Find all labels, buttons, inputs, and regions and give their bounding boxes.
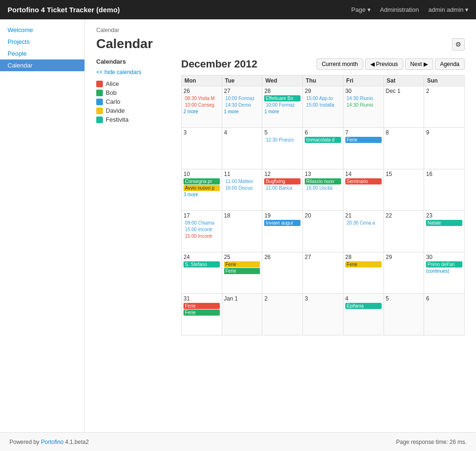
- more-events-link[interactable]: 1 more: [264, 109, 279, 114]
- more-events-link[interactable]: 1 more: [224, 109, 239, 114]
- sidebar-item-calendar[interactable]: Calendar: [0, 59, 84, 71]
- calendar-event[interactable]: Ferie: [345, 261, 382, 267]
- calendar-event[interactable]: 16:00 Uscita: [305, 185, 341, 191]
- day-number: 7: [345, 129, 382, 136]
- calendar-event[interactable]: 10:00 Formaz: [264, 102, 301, 108]
- calendar-event[interactable]: 15:00 Incontr: [184, 233, 220, 239]
- sidebar-item-people[interactable]: People: [0, 48, 84, 59]
- previous-button[interactable]: ◀ Previous: [365, 58, 403, 70]
- calendar-event[interactable]: S. Stefano: [184, 261, 220, 267]
- calendar-day[interactable]: 14Seminario: [343, 169, 384, 211]
- calendar-day[interactable]: 6: [424, 294, 465, 335]
- calendar-day[interactable]: 26: [262, 252, 303, 294]
- calendar-event[interactable]: Primo dell'an: [426, 261, 462, 267]
- calendar-event[interactable]: Bugfixing: [264, 178, 301, 184]
- sidebar-item-welcome[interactable]: Welcome: [0, 24, 84, 36]
- calendar-day[interactable]: 28Ferie: [343, 252, 384, 294]
- calendar-event[interactable]: 11:00 Banca: [264, 185, 301, 191]
- calendar-day[interactable]: 9: [424, 128, 465, 169]
- calendar-day[interactable]: 2915:00 App.to15:00 Installa: [303, 86, 343, 128]
- app-title: Portofino 4 Ticket Tracker (demo): [8, 6, 342, 14]
- calendar-event[interactable]: 10:00 Formaz: [224, 95, 260, 101]
- calendar-day[interactable]: Jan 1: [222, 294, 262, 335]
- calendar-event[interactable]: Ferie: [224, 268, 260, 274]
- calendar-day[interactable]: 4Epifania: [343, 294, 384, 335]
- calendar-day[interactable]: 2710:00 Formaz14:30 Demo1 more: [222, 86, 262, 128]
- admin-nav[interactable]: Administration: [380, 6, 419, 13]
- calendar-day[interactable]: 13Rilascio nuov16:00 Uscita: [303, 169, 343, 211]
- calendar-event[interactable]: 16:00 Discus: [224, 185, 260, 191]
- more-events-link[interactable]: (continues): [426, 268, 449, 274]
- calendar-event[interactable]: Rilascio nuov: [305, 178, 341, 184]
- calendar-day[interactable]: 25FerieFerie: [222, 252, 262, 294]
- calendar-day[interactable]: 29: [384, 252, 424, 294]
- calendar-event[interactable]: 11:00 Matteo: [224, 178, 260, 184]
- calendar-event[interactable]: 15:00 Incontr: [184, 226, 220, 233]
- more-events-link[interactable]: 2 more: [184, 109, 198, 114]
- calendar-day[interactable]: 2120:30 Cena a: [343, 211, 384, 252]
- calendar-event[interactable]: Inviare augur: [264, 220, 301, 226]
- calendar-event[interactable]: 10:00 Conseg: [184, 102, 220, 108]
- hide-calendars-link[interactable]: << hide calendars: [96, 69, 172, 75]
- calendar-day[interactable]: 5: [384, 294, 424, 335]
- calendar-day[interactable]: 6Immacolata d: [303, 128, 343, 169]
- calendar-day[interactable]: 24S. Stefano: [182, 252, 222, 294]
- calendar-event[interactable]: 12:30 Pranzo: [264, 137, 301, 143]
- calendar-event[interactable]: 15:00 Installa: [305, 102, 341, 108]
- calendar-day[interactable]: 4: [222, 128, 262, 169]
- calendar-event[interactable]: Ferie: [345, 137, 382, 143]
- calendar-day[interactable]: 7Ferie: [343, 128, 384, 169]
- calendar-event[interactable]: Seminario: [345, 178, 382, 184]
- calendar-day[interactable]: 16: [424, 169, 465, 211]
- calendar-event[interactable]: Natale: [426, 220, 462, 226]
- calendar-event[interactable]: Immacolata d: [305, 137, 341, 143]
- calendar-day[interactable]: 2: [262, 294, 303, 335]
- page-nav[interactable]: Page ▾: [351, 6, 371, 13]
- calendar-event[interactable]: Ferie: [184, 303, 220, 309]
- calendar-day[interactable]: 15: [384, 169, 424, 211]
- calendar-day[interactable]: 2: [424, 86, 465, 128]
- calendar-event[interactable]: 08:30 Visita M: [184, 95, 220, 101]
- calendar-day[interactable]: 2608:30 Visita M10:00 Conseg2 more: [182, 86, 222, 128]
- sidebar-item-projects[interactable]: Projects: [0, 36, 84, 48]
- calendar-event[interactable]: Ferie: [224, 261, 260, 267]
- calendar-day[interactable]: 3: [182, 128, 222, 169]
- agenda-button[interactable]: Agenda: [435, 58, 465, 70]
- calendar-day[interactable]: 10Consegna prAvvio nuovo p3 more: [182, 169, 222, 211]
- settings-icon[interactable]: ⚙: [452, 38, 465, 50]
- calendar-event[interactable]: 09:00 Chiama: [184, 220, 220, 226]
- calendar-event[interactable]: Consegna pr: [184, 178, 220, 184]
- portofino-link[interactable]: Portofino: [41, 439, 64, 445]
- calendar-day[interactable]: 3: [303, 294, 343, 335]
- calendar-day[interactable]: 27: [303, 252, 343, 294]
- calendar-day[interactable]: 31FerieFerie: [182, 294, 222, 335]
- calendar-day[interactable]: 512:30 Pranzo: [262, 128, 303, 169]
- more-events-link[interactable]: 3 more: [184, 192, 198, 197]
- calendar-event[interactable]: Avvio nuovo p: [184, 185, 220, 191]
- calendar-day[interactable]: 23Natale: [424, 211, 465, 252]
- user-nav[interactable]: admin admin ▾: [428, 6, 468, 13]
- calendar-day[interactable]: 19Inviare augur: [262, 211, 303, 252]
- calendar-day[interactable]: 1709:00 Chiama15:00 Incontr15:00 Incontr: [182, 211, 222, 252]
- calendar-event[interactable]: 14:30 Demo: [224, 102, 260, 108]
- current-month-button[interactable]: Current month: [317, 58, 363, 70]
- calendar-day[interactable]: 22: [384, 211, 424, 252]
- calendar-day[interactable]: 30Primo dell'an(continues): [424, 252, 465, 294]
- calendar-day[interactable]: 8: [384, 128, 424, 169]
- calendar-day[interactable]: Dec 1: [384, 86, 424, 128]
- calendar-event[interactable]: 15:00 App.to: [305, 95, 341, 101]
- calendar-day[interactable]: 12Bugfixing11:00 Banca: [262, 169, 303, 211]
- calendar-event[interactable]: Effettuare Bo: [264, 95, 301, 101]
- calendar-day[interactable]: 3014:30 Riunio14:30 Riunio: [343, 86, 384, 128]
- calendar-day[interactable]: 18: [222, 211, 262, 252]
- calendar-event[interactable]: 14:30 Riunio: [345, 102, 382, 108]
- calendar-day[interactable]: 1111:00 Matteo16:00 Discus: [222, 169, 262, 211]
- calendar-event[interactable]: 14:30 Riunio: [345, 95, 382, 101]
- day-number: 4: [345, 295, 382, 302]
- calendar-event[interactable]: Ferie: [184, 309, 220, 316]
- calendar-event[interactable]: Epifania: [345, 303, 382, 309]
- calendar-day[interactable]: 28Effettuare Bo10:00 Formaz1 more: [262, 86, 303, 128]
- calendar-day[interactable]: 20: [303, 211, 343, 252]
- next-button[interactable]: Next ▶: [405, 58, 433, 70]
- calendar-event[interactable]: 20:30 Cena a: [345, 220, 382, 226]
